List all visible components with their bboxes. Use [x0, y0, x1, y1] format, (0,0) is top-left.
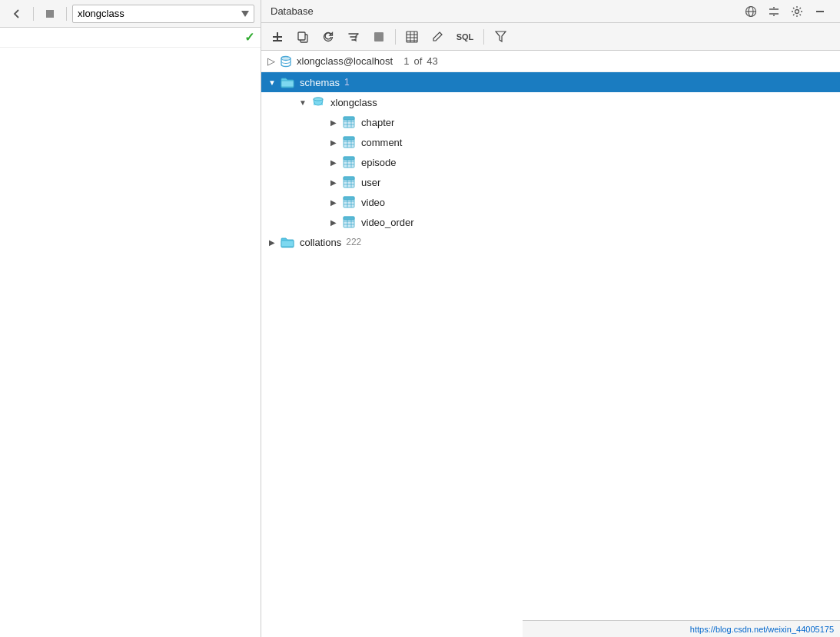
user-label: user [361, 177, 380, 188]
schemas-count: 1 [344, 77, 350, 88]
schemas-label: schemas [300, 77, 340, 88]
folder-icon-collations [280, 234, 295, 250]
stop-button[interactable] [367, 27, 390, 47]
svg-rect-54 [344, 197, 354, 200]
settings-button[interactable] [786, 2, 808, 22]
left-tree-area [0, 48, 261, 637]
svg-rect-36 [344, 137, 354, 140]
db-icon [280, 55, 292, 68]
collapse-button[interactable] [763, 2, 785, 22]
db-selector[interactable]: xlongclass [72, 5, 254, 23]
svg-rect-60 [344, 217, 354, 220]
filter2-button[interactable] [342, 27, 365, 47]
svg-rect-16 [374, 32, 383, 41]
tree-item-comment[interactable]: ▶ comment [261, 132, 840, 152]
svg-point-9 [795, 9, 799, 13]
tree-item-chapter[interactable]: ▶ chapter [261, 112, 840, 132]
table-icon-video [341, 194, 357, 210]
refresh-button[interactable] [317, 27, 340, 47]
chevron-chapter: ▶ [326, 112, 341, 132]
chevron-video: ▶ [326, 192, 341, 212]
svg-rect-25 [281, 81, 294, 87]
chapter-label: chapter [361, 117, 394, 128]
panel-title: Database [271, 5, 314, 17]
left-panel: xlongclass ✓ [0, 0, 261, 637]
collations-label: collations [300, 237, 341, 248]
stop-button[interactable] [39, 4, 61, 24]
svg-marker-23 [496, 32, 506, 41]
folder-icon-schemas [280, 75, 295, 90]
collations-count: 222 [346, 237, 361, 247]
chevron-video-order: ▶ [326, 212, 341, 232]
copy-button[interactable] [291, 27, 314, 47]
comment-label: comment [361, 137, 402, 148]
video-order-label: video_order [361, 217, 414, 228]
schema-icon-xlongclass [310, 95, 326, 110]
tree-item-collations[interactable]: ▶ collations 222 [261, 232, 840, 252]
connection-name: xlongclass@localhost [297, 55, 393, 67]
tree-item-video[interactable]: ▶ video [261, 192, 840, 212]
connection-arrow-icon: ▷ [267, 55, 275, 67]
globe-button[interactable] [740, 2, 762, 22]
checkmark-icon: ✓ [244, 30, 254, 45]
status-bar: https://blog.csdn.net/weixin_44005175 [523, 620, 840, 637]
toolbar-divider [395, 29, 396, 45]
tree-item-user[interactable]: ▶ user [261, 172, 840, 192]
svg-marker-1 [241, 11, 249, 17]
funnel-button[interactable] [489, 27, 512, 47]
table-icon-chapter [341, 114, 357, 130]
svg-rect-13 [273, 40, 282, 41]
page-separator: of [413, 55, 422, 67]
table-icon-comment [341, 134, 357, 150]
chevron-xlongclass: ▼ [295, 92, 310, 112]
right-panel: Database [261, 0, 840, 637]
checkmark-row: ✓ [0, 28, 261, 48]
svg-point-28 [314, 98, 323, 101]
chevron-comment: ▶ [326, 132, 341, 152]
toolbar-divider-2 [483, 29, 484, 45]
svg-point-24 [281, 56, 291, 60]
db-selector-label: xlongclass [78, 8, 125, 19]
xlongclass-label: xlongclass [330, 97, 377, 108]
chevron-user: ▶ [326, 172, 341, 192]
title-bar: Database [261, 0, 840, 23]
edit-button[interactable] [426, 27, 449, 47]
connection-row: ▷ xlongclass@localhost 1 of 43 [261, 51, 840, 72]
video-label: video [361, 197, 385, 208]
svg-rect-65 [281, 241, 294, 247]
title-bar-icons [740, 2, 831, 22]
tree-item-schemas[interactable]: ▼ schemas 1 [261, 72, 840, 92]
tree-content: ▼ schemas 1 ▼ xl [261, 72, 840, 637]
tree-item-video-order[interactable]: ▶ video_order [261, 212, 840, 232]
chevron-collations: ▶ [264, 232, 280, 252]
page-current: 1 [403, 55, 409, 67]
tree-item-xlongclass[interactable]: ▼ xlongclass [261, 92, 840, 112]
tree-item-episode[interactable]: ▶ episode [261, 152, 840, 172]
table-icon-episode [341, 154, 357, 170]
svg-rect-42 [344, 157, 354, 160]
svg-rect-30 [344, 117, 354, 120]
chevron-schemas: ▼ [264, 72, 280, 92]
svg-rect-0 [46, 10, 54, 18]
back-button[interactable] [6, 4, 28, 24]
table-icon-user [341, 174, 357, 190]
toolbar-divider-2 [66, 7, 67, 21]
chevron-episode: ▶ [326, 152, 341, 172]
left-toolbar: xlongclass [0, 0, 261, 28]
episode-label: episode [361, 157, 397, 168]
toolbar-divider-1 [33, 7, 34, 21]
toolbar-row: SQL [261, 23, 840, 51]
page-total: 43 [427, 55, 437, 67]
minimize-button[interactable] [809, 2, 831, 22]
svg-rect-48 [344, 177, 354, 180]
svg-rect-15 [298, 32, 305, 40]
table-view-button[interactable] [400, 27, 423, 47]
sql-button[interactable]: SQL [451, 27, 479, 47]
table-icon-video-order [341, 214, 357, 230]
add-button[interactable] [266, 27, 289, 47]
status-link[interactable]: https://blog.csdn.net/weixin_44005175 [690, 625, 834, 634]
